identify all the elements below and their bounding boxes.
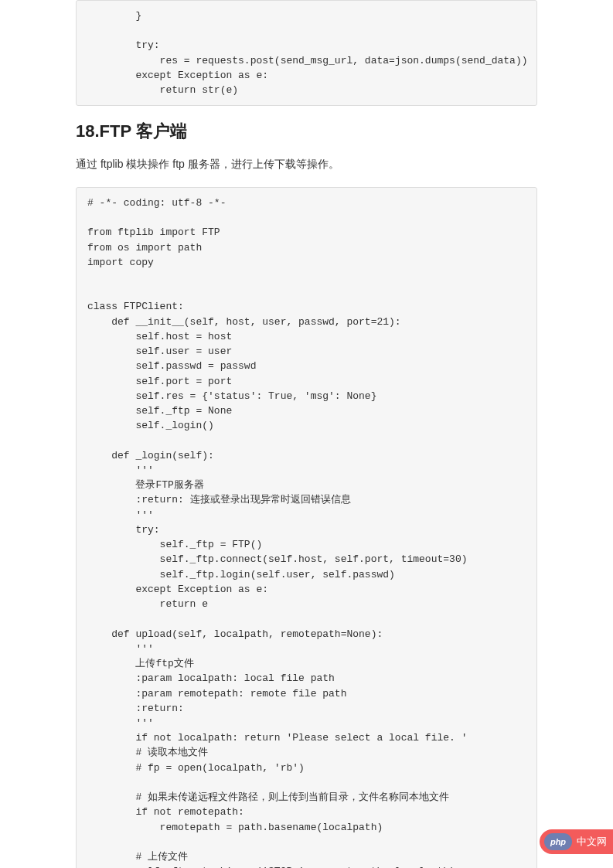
php-logo-icon: php (544, 833, 572, 850)
php-badge-label: 中文网 (577, 835, 607, 849)
section-description: 通过 ftplib 模块操作 ftp 服务器，进行上传下载等操作。 (76, 155, 537, 172)
code-block-ftp: # -*- coding: utf-8 -*- from ftplib impo… (76, 187, 537, 868)
code-block-snippet-1: } try: res = requests.post(send_msg_url,… (76, 0, 537, 106)
php-cn-badge[interactable]: php 中文网 (540, 829, 613, 854)
section-heading: 18.FTP 客户端 (76, 120, 537, 143)
